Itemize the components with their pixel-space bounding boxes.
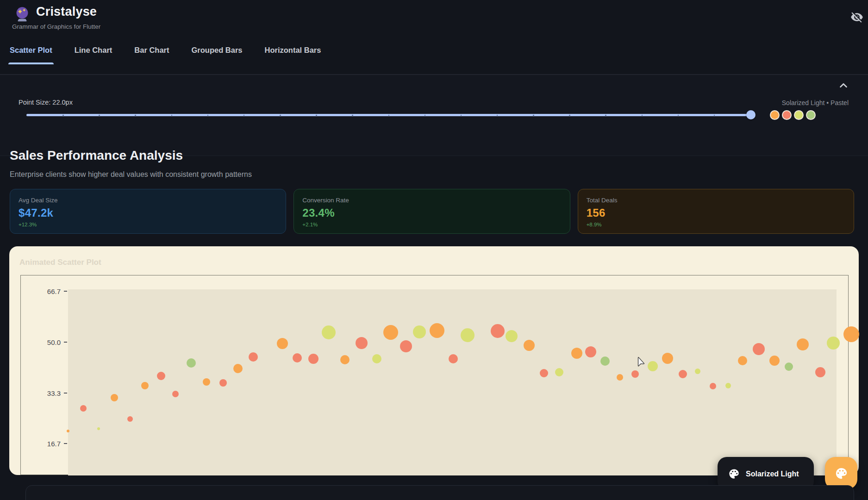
theme-tooltip-label: Solarized Light [746, 470, 799, 478]
scatter-point [322, 325, 336, 339]
slider-tick [605, 115, 606, 116]
scatter-point [340, 355, 350, 364]
chart-title: Animated Scatter Plot [19, 258, 101, 267]
stat-card-avg-deal-size: Avg Deal Size$47.2k+12.3% [10, 189, 286, 234]
scatter-point [219, 379, 227, 387]
stats-row: Avg Deal Size$47.2k+12.3%Conversion Rate… [10, 189, 854, 234]
scatter-point [293, 353, 302, 362]
slider-tick [352, 115, 353, 116]
slider-tick [388, 115, 390, 116]
scatter-point [815, 367, 825, 377]
slider-thumb[interactable] [746, 110, 756, 119]
scatter-point [430, 323, 444, 338]
app-subtitle: Grammar of Graphics for Flutter [12, 23, 100, 30]
scatter-point [233, 364, 243, 373]
y-axis-tick-label: 33.3 [27, 389, 61, 397]
tab-bar: Scatter PlotLine ChartBar ChartGrouped B… [10, 46, 321, 64]
scatter-point [383, 325, 398, 340]
scatter-point [679, 370, 687, 378]
scatter-point [797, 338, 809, 350]
palette-swatch [794, 110, 804, 120]
scatter-point [111, 394, 118, 401]
slider-tick [714, 115, 715, 116]
y-axis-tick-mark [64, 393, 67, 394]
palette-swatch [770, 110, 780, 120]
theme-switcher-fab[interactable] [825, 457, 857, 489]
slider-tick [135, 115, 136, 116]
scatter-plot-area[interactable] [68, 289, 837, 475]
slider-tick [207, 115, 209, 116]
scatter-point [491, 324, 505, 338]
stat-label: Avg Deal Size [19, 197, 277, 204]
page-subtitle: Enterprise clients show higher deal valu… [10, 170, 252, 179]
scatter-point [555, 368, 563, 376]
scatter-point [172, 391, 179, 397]
scatter-point [710, 383, 716, 389]
slider-tick [642, 115, 643, 116]
collapse-controls-button[interactable] [835, 78, 852, 94]
slider-tick [62, 115, 64, 116]
crystal-ball-icon [14, 6, 31, 22]
scatter-point [785, 362, 793, 371]
page-title: Sales Performance Analysis [10, 148, 183, 163]
stat-label: Total Deals [587, 197, 845, 204]
tab-scatter-plot[interactable]: Scatter Plot [10, 46, 52, 64]
y-axis-tick-mark [64, 342, 67, 343]
slider-tick [678, 115, 679, 116]
scatter-point [631, 370, 639, 378]
theme-palette-label: Solarized Light • Pastel [663, 99, 849, 106]
point-size-slider[interactable] [22, 109, 756, 121]
slider-tick [461, 115, 462, 116]
eye-off-icon [850, 11, 863, 24]
scatter-point [524, 340, 535, 351]
slider-tick [569, 115, 570, 116]
tab-line-chart[interactable]: Line Chart [75, 46, 112, 64]
scatter-point [738, 356, 747, 365]
mouse-cursor-icon [636, 356, 647, 370]
slider-tick [497, 115, 498, 116]
tab-grouped-bars[interactable]: Grouped Bars [191, 46, 242, 64]
scatter-point [695, 369, 700, 374]
scatter-chart-card: Animated Scatter Plot 66.750.033.316.7 [9, 246, 859, 475]
scatter-point [571, 348, 582, 359]
scatter-point [540, 369, 548, 377]
scatter-point [141, 382, 149, 389]
scatter-point [413, 325, 426, 338]
stat-card-conversion-rate: Conversion Rate23.4%+2.1% [293, 189, 570, 234]
visibility-off-button[interactable] [848, 9, 866, 25]
stat-delta: +2.1% [302, 222, 561, 227]
stat-delta: +8.9% [587, 222, 845, 227]
palette-icon [834, 466, 849, 481]
stat-value: 23.4% [302, 206, 561, 219]
stat-value: 156 [587, 206, 845, 219]
tab-horizontal-bars[interactable]: Horizontal Bars [265, 46, 321, 64]
stat-value: $47.2k [19, 206, 277, 219]
palette-swatch [806, 110, 816, 120]
slider-tick [316, 115, 317, 116]
scatter-point [203, 378, 210, 386]
slider-tick [244, 115, 245, 116]
scatter-point [157, 372, 165, 380]
scatter-point [600, 356, 610, 366]
next-chart-card-peek [25, 485, 854, 500]
slider-track[interactable] [26, 114, 750, 116]
y-axis-tick-label: 50.0 [27, 338, 61, 346]
scatter-point [506, 330, 518, 342]
scatter-point [617, 374, 623, 381]
slider-tick [425, 115, 426, 116]
scatter-point [648, 361, 658, 371]
stat-label: Conversion Rate [302, 197, 561, 204]
point-size-label: Point Size: 22.0px [19, 99, 73, 106]
scatter-point [277, 338, 288, 349]
slider-tick [533, 115, 534, 116]
scatter-point [843, 326, 859, 342]
scatter-point [585, 346, 596, 357]
scatter-point [827, 337, 840, 350]
slider-tick [280, 115, 281, 116]
scatter-point [97, 427, 100, 430]
scatter-point [308, 354, 318, 364]
tab-bar-chart[interactable]: Bar Chart [134, 46, 169, 64]
palette-icon [728, 468, 740, 480]
scatter-point [461, 328, 475, 342]
stat-delta: +12.3% [19, 222, 277, 227]
